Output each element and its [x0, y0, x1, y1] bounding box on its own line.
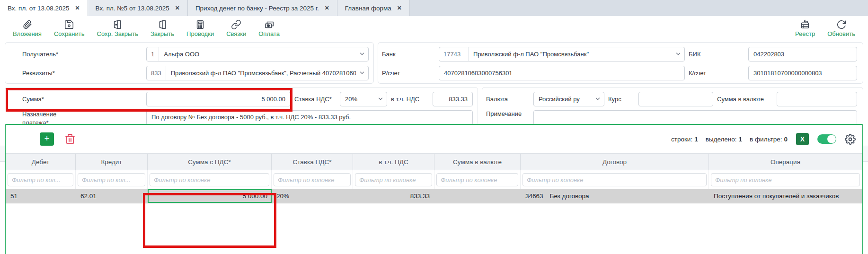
column-header-amount-currency[interactable]: Сумма в валюте [434, 154, 521, 170]
vat-rate-label: Ставка НДС* [294, 96, 336, 103]
filter-input-operation[interactable] [711, 173, 860, 186]
attachments-button[interactable]: Вложения [7, 18, 48, 38]
recipient-field[interactable]: 1 Альфа ООО [146, 47, 369, 61]
filter-toggle[interactable] [817, 134, 836, 144]
excel-export-button[interactable]: X [796, 133, 809, 145]
account-input[interactable] [439, 66, 685, 80]
button-label: Реестр [795, 30, 815, 37]
table-row[interactable]: 51 62.01 5 000.00 20% 833.33 34663 Без д… [6, 189, 862, 203]
save-icon [64, 19, 74, 30]
bik-input[interactable] [748, 47, 857, 61]
button-label: Проводки [186, 30, 214, 37]
calculator-icon [195, 19, 205, 30]
grid-settings-button[interactable] [845, 134, 856, 145]
tab-close-icon[interactable]: ✕ [397, 5, 402, 11]
links-button[interactable]: Связки [220, 18, 252, 38]
button-label: Сохр. Закрыть [97, 30, 139, 37]
add-row-button[interactable]: + [40, 132, 54, 146]
registry-icon [800, 19, 810, 30]
chevron-down-icon[interactable] [592, 96, 604, 102]
cell-vat-rate[interactable]: 20% [272, 189, 353, 203]
chevron-down-icon[interactable] [356, 70, 368, 76]
trash-icon [64, 133, 76, 145]
save-close-door-icon [112, 19, 123, 30]
tab-label: Вх. пл. от 13.08.2025 [8, 5, 70, 12]
note-label: Примечание [486, 110, 530, 117]
tab-main-form[interactable]: Главная форма ✕ [337, 0, 410, 16]
recipient-code: 1 [147, 47, 159, 61]
cell-debit[interactable]: 51 [6, 189, 76, 203]
corr-account-input[interactable] [748, 66, 857, 80]
tab-label: Вх. пл. №5 от 13.08.2025 [96, 5, 169, 12]
toggle-knob [827, 135, 836, 143]
vat-included-input[interactable] [433, 92, 473, 106]
close-button[interactable]: Закрыть [144, 18, 180, 38]
bank-field[interactable]: 17743 Приволжский ф-л ПАО "Промсвязьбанк… [439, 47, 685, 61]
tab-close-icon[interactable]: ✕ [175, 5, 180, 11]
postings-button[interactable]: Проводки [180, 18, 220, 38]
tab-close-icon[interactable]: ✕ [75, 5, 80, 11]
save-button[interactable]: Сохранить [48, 18, 91, 38]
column-header-vat-rate[interactable]: Ставка НДС* [272, 154, 353, 170]
payment-button[interactable]: Оплата [252, 18, 286, 38]
filter-input-debit[interactable] [8, 173, 73, 186]
button-label: Сохранить [54, 30, 85, 37]
column-header-vat-included[interactable]: в т.ч. НДС [353, 154, 434, 170]
rows-count: 1 [694, 136, 698, 143]
paperclip-icon [22, 19, 32, 30]
vat-rate-select[interactable]: 20% [340, 92, 387, 106]
column-header-amount-vat[interactable]: Сумма с НДС* [148, 154, 272, 170]
contract-code: 34663 [525, 193, 543, 200]
refresh-icon [836, 19, 847, 30]
column-header-contract[interactable]: Договор [521, 154, 709, 170]
grid-stats: строки:1 выделено:1 в фильтре:0 [671, 136, 788, 143]
banknote-icon [264, 19, 275, 30]
bank-name: Приволжский ф-л ПАО "Промсвязьбанк" [469, 51, 672, 58]
amount-input[interactable] [146, 92, 291, 106]
filter-input-vat-included[interactable] [355, 173, 432, 186]
button-label: Связки [226, 30, 246, 37]
amount-currency-input[interactable] [777, 92, 857, 106]
column-header-debit[interactable]: Дебет [6, 154, 76, 170]
save-close-button[interactable]: Сохр. Закрыть [91, 18, 145, 38]
payment-document-window: Вх. пл. от 13.08.2025 ✕ Вх. пл. №5 от 13… [0, 0, 868, 254]
filter-input-credit[interactable] [78, 173, 145, 186]
tab-bank-register[interactable]: Приход денег по банку - Реестр за 2025 г… [188, 0, 337, 16]
bik-label: БИК [689, 51, 744, 58]
chevron-down-icon[interactable] [356, 51, 368, 57]
cell-contract[interactable]: 34663 Без договора [521, 189, 709, 203]
chevron-down-icon[interactable] [374, 96, 387, 102]
rate-input[interactable] [638, 92, 713, 106]
selected-count: 1 [739, 136, 743, 143]
recipient-name: Альфа ООО [159, 51, 356, 58]
column-header-credit[interactable]: Кредит [76, 154, 148, 170]
rows-count-label: строки: [671, 136, 692, 143]
requisites-field[interactable]: 833 Приволжский ф-л ПАО "Промсвязьбанк",… [146, 66, 369, 80]
refresh-button[interactable]: Обновить [821, 18, 861, 38]
vat-rate-value: 20% [340, 96, 374, 103]
tab-close-icon[interactable]: ✕ [325, 5, 329, 11]
tab-incoming-payment-date[interactable]: Вх. пл. от 13.08.2025 ✕ [0, 0, 88, 16]
cell-vat-included[interactable]: 833.33 [353, 189, 434, 203]
cell-operation[interactable]: Поступления от покупателей и заказчиков [709, 189, 862, 203]
currency-label: Валюта [486, 96, 530, 103]
column-header-operation[interactable]: Операция [709, 154, 862, 170]
filter-input-amount-currency[interactable] [436, 173, 518, 186]
gear-icon [845, 134, 856, 145]
bank-code: 17743 [439, 47, 469, 61]
registry-button[interactable]: Реестр [789, 18, 821, 38]
tab-label: Главная форма [345, 5, 391, 12]
tab-incoming-payment-5[interactable]: Вх. пл. №5 от 13.08.2025 ✕ [88, 0, 188, 16]
contract-name: Без договора [550, 193, 589, 200]
cell-credit[interactable]: 62.01 [76, 189, 148, 203]
cell-amount-currency[interactable] [434, 189, 521, 203]
delete-row-button[interactable] [64, 133, 76, 145]
cell-amount-vat-selected[interactable]: 5 000.00 [148, 189, 272, 203]
currency-select[interactable]: Российский ру [533, 92, 604, 106]
chevron-down-icon[interactable] [672, 51, 684, 57]
filter-input-amount-vat[interactable] [150, 173, 269, 186]
filter-input-vat-rate[interactable] [274, 173, 351, 186]
recipient-group: Получатель* 1 Альфа ООО Реквизиты* 833 П… [5, 42, 374, 84]
requisites-name: Приволжский ф-л ПАО "Промсвязьбанк", Рас… [166, 70, 356, 77]
filter-input-contract[interactable] [523, 173, 707, 186]
